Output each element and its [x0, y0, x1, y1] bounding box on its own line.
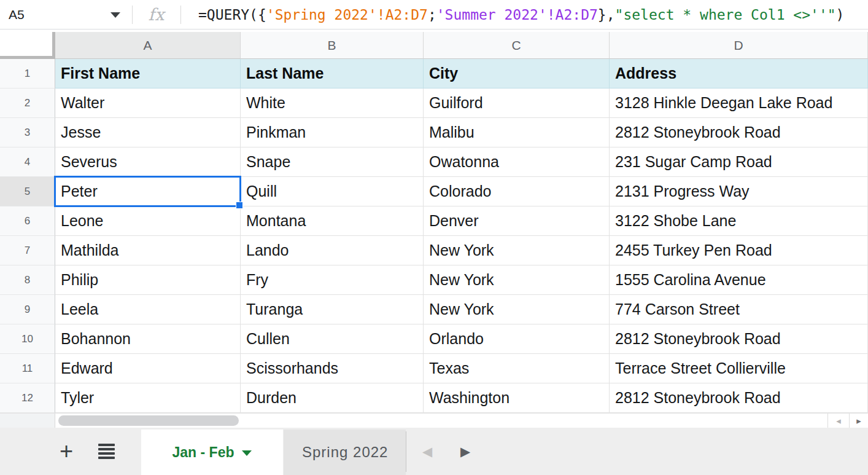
row-header-9[interactable]: 9 — [0, 295, 55, 324]
cell-B7[interactable]: Lando — [241, 236, 424, 265]
tab-label: Spring 2022 — [302, 444, 388, 461]
prev-tabs-icon[interactable]: ◀ — [417, 428, 437, 475]
cell-B10[interactable]: Cullen — [241, 324, 424, 354]
chevron-down-icon[interactable] — [242, 450, 252, 456]
cell-C2[interactable]: Guilford — [424, 88, 610, 118]
column-header-row: ABCD — [0, 32, 868, 59]
cell-A10[interactable]: Bohannon — [55, 324, 241, 354]
cell-D7[interactable]: 2455 Turkey Pen Road — [610, 236, 868, 265]
column-header-A[interactable]: A — [55, 32, 241, 59]
chevron-down-icon[interactable] — [110, 12, 120, 18]
cell-B1[interactable]: Last Name — [241, 59, 424, 88]
next-tabs-icon[interactable]: ▶ — [455, 428, 475, 475]
formula-input[interactable]: =QUERY({'Spring 2022'!A2:D7;'Summer 2022… — [198, 7, 868, 23]
cell-A1[interactable]: First Name — [55, 59, 241, 88]
row-header-12[interactable]: 12 — [0, 383, 55, 413]
column-header-B[interactable]: B — [241, 32, 424, 59]
column-header-C[interactable]: C — [424, 32, 610, 59]
cell-D5[interactable]: 2131 Progress Way — [610, 177, 868, 206]
sheet-row-9: 9LeelaTurangaNew York774 Carson Street — [0, 295, 868, 324]
scrollbar-gutter — [0, 414, 55, 428]
cell-C11[interactable]: Texas — [424, 354, 610, 383]
cell-A4[interactable]: Severus — [55, 147, 241, 177]
cell-B3[interactable]: Pinkman — [241, 118, 424, 147]
tab-spring-2022[interactable]: Spring 2022 — [284, 430, 406, 475]
cell-B8[interactable]: Fry — [241, 265, 424, 295]
cell-A6[interactable]: Leone — [55, 206, 241, 236]
sheet-row-10: 10BohannonCullenOrlando2812 Stoneybrook … — [0, 324, 868, 354]
cell-B5[interactable]: Quill — [241, 177, 424, 206]
plus-icon: + — [60, 438, 73, 465]
all-sheets-button[interactable] — [92, 428, 120, 475]
row-header-11[interactable]: 11 — [0, 354, 55, 383]
cell-A5[interactable]: Peter — [55, 177, 241, 206]
row-header-5[interactable]: 5 — [0, 177, 55, 206]
row-header-10[interactable]: 10 — [0, 324, 55, 354]
row-header-7[interactable]: 7 — [0, 236, 55, 265]
name-box[interactable]: A5 — [0, 0, 132, 29]
scroll-left-icon[interactable]: ◂ — [828, 414, 849, 428]
add-sheet-button[interactable]: + — [53, 428, 80, 475]
cell-B12[interactable]: Durden — [241, 383, 424, 413]
cell-C12[interactable]: Washington — [424, 383, 610, 413]
row-header-1[interactable]: 1 — [0, 59, 55, 88]
cell-D3[interactable]: 2812 Stoneybrook Road — [610, 118, 868, 147]
cell-C4[interactable]: Owatonna — [424, 147, 610, 177]
sheet-row-6: 6LeoneMontanaDenver3122 Shobe Lane — [0, 206, 868, 236]
cell-D4[interactable]: 231 Sugar Camp Road — [610, 147, 868, 177]
cell-A8[interactable]: Philip — [55, 265, 241, 295]
sheet-row-3: 3JessePinkmanMalibu2812 Stoneybrook Road — [0, 118, 868, 147]
cell-C1[interactable]: City — [424, 59, 610, 88]
cell-D12[interactable]: 2812 Stoneybrook Road — [610, 383, 868, 413]
row-header-8[interactable]: 8 — [0, 265, 55, 295]
formula-bar: A5 fx =QUERY({'Spring 2022'!A2:D7;'Summe… — [0, 0, 868, 29]
cell-C3[interactable]: Malibu — [424, 118, 610, 147]
cell-A12[interactable]: Tyler — [55, 383, 241, 413]
grid-rows: 1First NameLast NameCityAddress2WalterWh… — [0, 59, 868, 413]
cell-C10[interactable]: Orlando — [424, 324, 610, 354]
sheet-row-7: 7MathildaLandoNew York2455 Turkey Pen Ro… — [0, 236, 868, 265]
cell-B4[interactable]: Snape — [241, 147, 424, 177]
fill-handle[interactable] — [236, 202, 243, 209]
sheet-row-11: 11EdwardScissorhandsTexasTerrace Street … — [0, 354, 868, 383]
sheet-row-2: 2WalterWhiteGuilford3128 Hinkle Deegan L… — [0, 88, 868, 118]
row-header-6[interactable]: 6 — [0, 206, 55, 236]
cell-C5[interactable]: Colorado — [424, 177, 610, 206]
row-header-2[interactable]: 2 — [0, 88, 55, 118]
cell-A3[interactable]: Jesse — [55, 118, 241, 147]
sheet-row-1: 1First NameLast NameCityAddress — [0, 59, 868, 88]
cell-C7[interactable]: New York — [424, 236, 610, 265]
cell-B9[interactable]: Turanga — [241, 295, 424, 324]
cell-D6[interactable]: 3122 Shobe Lane — [610, 206, 868, 236]
cell-D8[interactable]: 1555 Carolina Avenue — [610, 265, 868, 295]
scrollbar-thumb[interactable] — [58, 415, 239, 426]
cell-D9[interactable]: 774 Carson Street — [610, 295, 868, 324]
cell-A7[interactable]: Mathilda — [55, 236, 241, 265]
cell-A9[interactable]: Leela — [55, 295, 241, 324]
row-header-4[interactable]: 4 — [0, 147, 55, 177]
formula-segment: 'Spring 2022'!A2:D7 — [266, 7, 428, 23]
cell-C6[interactable]: Denver — [424, 206, 610, 236]
fx-icon: fx — [133, 5, 180, 24]
select-all-corner[interactable] — [0, 32, 55, 59]
menu-icon — [98, 444, 115, 459]
cell-A2[interactable]: Walter — [55, 88, 241, 118]
sheet-row-4: 4SeverusSnapeOwatonna231 Sugar Camp Road — [0, 147, 868, 177]
cell-D11[interactable]: Terrace Street Collierville — [610, 354, 868, 383]
tab-label: Jan - Feb — [172, 444, 234, 461]
row-header-3[interactable]: 3 — [0, 118, 55, 147]
cell-D1[interactable]: Address — [610, 59, 868, 88]
cell-C8[interactable]: New York — [424, 265, 610, 295]
cell-C9[interactable]: New York — [424, 295, 610, 324]
cell-B6[interactable]: Montana — [241, 206, 424, 236]
scroll-right-icon[interactable]: ▸ — [850, 414, 868, 428]
cell-D2[interactable]: 3128 Hinkle Deegan Lake Road — [610, 88, 868, 118]
tab-jan-feb[interactable]: Jan - Feb — [141, 430, 283, 475]
cell-B11[interactable]: Scissorhands — [241, 354, 424, 383]
cell-D10[interactable]: 2812 Stoneybrook Road — [610, 324, 868, 354]
column-header-D[interactable]: D — [610, 32, 868, 59]
formula-segment: =QUERY({ — [198, 7, 266, 23]
cell-A11[interactable]: Edward — [55, 354, 241, 383]
cell-B2[interactable]: White — [241, 88, 424, 118]
divider — [406, 431, 406, 472]
